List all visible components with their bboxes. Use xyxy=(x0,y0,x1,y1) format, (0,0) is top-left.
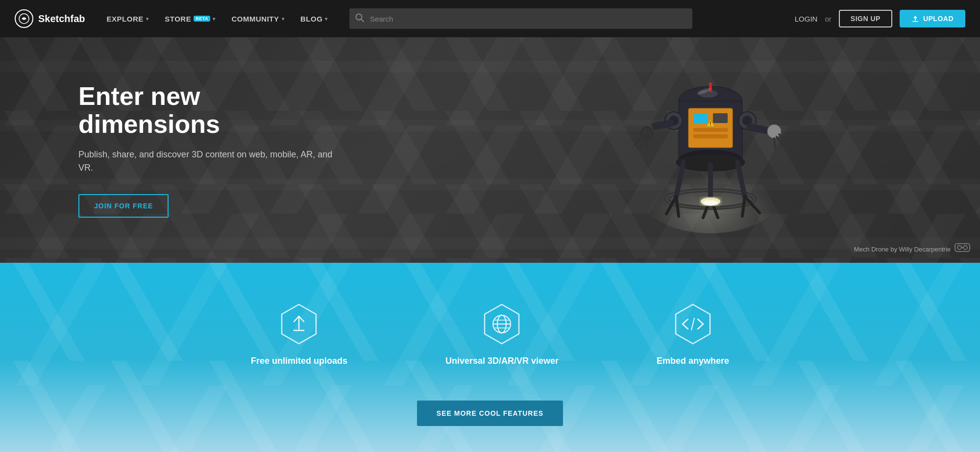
hero-caption: Mech Drone by Willy Decarpentrie xyxy=(854,246,951,253)
see-more-button[interactable]: SEE MORE COOL FEATURES xyxy=(417,401,563,426)
svg-line-26 xyxy=(779,134,788,141)
svg-line-27 xyxy=(777,137,783,146)
login-link[interactable]: LOGIN xyxy=(795,15,818,23)
brand-name: Sketchfab xyxy=(38,13,85,25)
community-chevron-icon: ▾ xyxy=(282,16,285,22)
svg-line-23 xyxy=(647,138,648,149)
nav-right: LOGIN or SIGN UP UPLOAD xyxy=(795,10,965,27)
store-chevron-icon: ▾ xyxy=(213,16,216,22)
features-section: Free unlimited uploads Universal 3D/AR/V… xyxy=(0,263,980,452)
hero-section: Enter new dimensions Publish, share, and… xyxy=(0,37,980,263)
viewer-feature-icon xyxy=(480,302,524,346)
svg-line-21 xyxy=(635,137,642,145)
nav-links: EXPLORE ▾ STOREBETA ▾ COMMUNITY ▾ BLOG ▾ xyxy=(100,11,335,27)
hero-title: Enter new dimensions xyxy=(78,82,343,138)
hero-drone-image: ! xyxy=(608,47,813,253)
hero-subtitle: Publish, share, and discover 3D content … xyxy=(78,148,343,175)
svg-rect-9 xyxy=(693,113,708,123)
svg-point-42 xyxy=(704,201,717,205)
feature-embed-label: Embed anywhere xyxy=(657,356,729,366)
join-button[interactable]: JOIN FOR FREE xyxy=(78,194,169,218)
svg-point-47 xyxy=(957,246,961,250)
svg-rect-10 xyxy=(713,113,728,123)
or-text: or xyxy=(825,15,831,23)
brand-logo[interactable]: Sketchfab xyxy=(15,9,85,28)
search-icon xyxy=(355,13,364,24)
nav-explore[interactable]: EXPLORE ▾ xyxy=(100,11,156,27)
vr-icon xyxy=(955,242,970,255)
upload-feature-icon xyxy=(277,302,321,346)
svg-line-28 xyxy=(774,138,775,149)
svg-rect-3 xyxy=(912,21,918,22)
svg-point-48 xyxy=(963,246,967,250)
blog-chevron-icon: ▾ xyxy=(325,16,328,22)
nav-store[interactable]: STOREBETA ▾ xyxy=(158,11,222,27)
svg-line-22 xyxy=(641,138,644,148)
nav-community[interactable]: COMMUNITY ▾ xyxy=(225,11,292,27)
search-bar xyxy=(349,8,692,29)
search-input[interactable] xyxy=(349,8,692,29)
hero-content: Enter new dimensions Publish, share, and… xyxy=(0,82,343,218)
feature-upload-label: Free unlimited uploads xyxy=(251,356,347,366)
features-cta: SEE MORE COOL FEATURES xyxy=(0,401,980,452)
svg-rect-12 xyxy=(693,134,728,138)
upload-icon xyxy=(911,15,919,23)
svg-line-2 xyxy=(361,19,364,22)
svg-text:!: ! xyxy=(710,121,711,126)
feature-embed: Embed anywhere xyxy=(608,292,778,376)
explore-chevron-icon: ▾ xyxy=(146,16,149,22)
svg-point-25 xyxy=(767,125,781,138)
svg-line-60 xyxy=(691,318,694,330)
feature-viewer: Universal 3D/AR/VR viewer xyxy=(396,292,608,376)
svg-rect-11 xyxy=(693,128,728,132)
upload-button[interactable]: UPLOAD xyxy=(900,10,965,27)
signup-button[interactable]: SIGN UP xyxy=(839,10,892,27)
navbar: Sketchfab EXPLORE ▾ STOREBETA ▾ COMMUNIT… xyxy=(0,0,980,37)
nav-blog[interactable]: BLOG ▾ xyxy=(294,11,335,27)
feature-upload: Free unlimited uploads xyxy=(202,292,396,376)
brand-icon xyxy=(15,9,33,28)
feature-viewer-label: Universal 3D/AR/VR viewer xyxy=(445,356,559,366)
embed-feature-icon xyxy=(671,302,715,346)
hero-image-area: ! xyxy=(441,37,980,263)
svg-rect-24 xyxy=(746,123,769,134)
features-grid: Free unlimited uploads Universal 3D/AR/V… xyxy=(0,292,980,376)
